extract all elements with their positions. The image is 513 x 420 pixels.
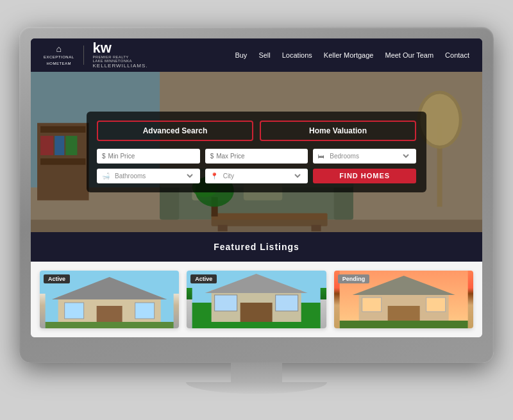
listing-image-1: Active bbox=[40, 271, 179, 328]
svg-rect-29 bbox=[65, 303, 84, 319]
dollar-icon-max: $ bbox=[210, 153, 214, 160]
featured-section: Featured Listings bbox=[31, 232, 482, 337]
monitor: ⌂ EXCEPTIONAL HOMETEAM kw PREMIER REALTY… bbox=[19, 27, 494, 394]
search-fields-row1: $ $ 🛏 Bedrooms 1+ bbox=[97, 149, 416, 164]
svg-rect-30 bbox=[135, 303, 155, 319]
featured-header: Featured Listings bbox=[31, 232, 482, 262]
monitor-screen: ⌂ EXCEPTIONAL HOMETEAM kw PREMIER REALTY… bbox=[31, 38, 482, 337]
min-price-input[interactable] bbox=[108, 153, 195, 160]
featured-title: Featured Listings bbox=[214, 242, 299, 252]
home-icon: ⌂ bbox=[44, 44, 74, 55]
search-panel: Advanced Search Home Valuation $ $ bbox=[87, 112, 426, 192]
nav-link-buy[interactable]: Buy bbox=[235, 51, 247, 59]
monitor-stand-neck bbox=[231, 363, 282, 382]
nav-link-sell[interactable]: Sell bbox=[258, 51, 270, 59]
hero-section: Advanced Search Home Valuation $ $ bbox=[31, 72, 482, 232]
logo-exceptional-text: EXCEPTIONAL HOMETEAM bbox=[44, 55, 74, 65]
svg-rect-36 bbox=[240, 303, 273, 322]
city-field: 📍 City bbox=[205, 169, 308, 183]
svg-rect-37 bbox=[215, 295, 237, 311]
listing-badge-2: Active bbox=[190, 274, 217, 283]
svg-rect-43 bbox=[362, 298, 381, 312]
city-select[interactable]: City bbox=[221, 172, 303, 180]
nav-link-contact[interactable]: Contact bbox=[445, 51, 469, 59]
listing-image-2: Active bbox=[187, 271, 326, 328]
monitor-stand bbox=[19, 363, 494, 394]
bedrooms-select[interactable]: Bedrooms 1+ 2+ 3+ 4+ 5+ bbox=[327, 152, 411, 160]
logo-kw: kw PREMIER REALTY LAKE MINNETONKA KELLER… bbox=[93, 41, 148, 69]
bath-icon: 🛁 bbox=[102, 172, 110, 180]
find-homes-button[interactable]: FIND HOMES bbox=[313, 169, 416, 183]
logo-area: ⌂ EXCEPTIONAL HOMETEAM kw PREMIER REALTY… bbox=[44, 41, 148, 69]
nav-links: Buy Sell Locations Keller Mortgage Meet … bbox=[235, 51, 469, 59]
logo-divider bbox=[83, 46, 84, 65]
logo-exceptional: ⌂ EXCEPTIONAL HOMETEAM bbox=[44, 44, 74, 67]
website: ⌂ EXCEPTIONAL HOMETEAM kw PREMIER REALTY… bbox=[31, 38, 482, 337]
min-price-field: $ bbox=[97, 149, 200, 164]
nav-link-locations[interactable]: Locations bbox=[282, 51, 312, 59]
dollar-icon-min: $ bbox=[102, 153, 106, 160]
tab-home-valuation[interactable]: Home Valuation bbox=[260, 121, 416, 141]
kw-company: PREMIER REALTY LAKE MINNETONKA bbox=[93, 55, 148, 63]
kw-letters: kw bbox=[93, 41, 148, 55]
svg-rect-44 bbox=[426, 298, 445, 312]
listing-badge-3: Pending bbox=[338, 274, 370, 283]
listing-card-1[interactable]: Active bbox=[40, 271, 179, 328]
svg-rect-45 bbox=[339, 321, 467, 328]
svg-rect-31 bbox=[46, 322, 174, 328]
bathrooms-select[interactable]: Bathrooms 1+ 2+ 3+ bbox=[112, 172, 195, 180]
listing-card-2[interactable]: Active bbox=[187, 271, 326, 328]
tab-advanced-search[interactable]: Advanced Search bbox=[97, 121, 253, 141]
max-price-input[interactable] bbox=[216, 153, 303, 160]
listing-card-3[interactable]: Pending bbox=[334, 271, 473, 328]
nav-link-meet-team[interactable]: Meet Our Team bbox=[385, 51, 433, 59]
monitor-bezel: ⌂ EXCEPTIONAL HOMETEAM kw PREMIER REALTY… bbox=[19, 27, 494, 363]
listing-badge-1: Active bbox=[44, 274, 70, 283]
location-icon: 📍 bbox=[210, 172, 218, 180]
monitor-stand-base bbox=[186, 382, 327, 394]
search-fields-row2: 🛁 Bathrooms 1+ 2+ 3+ 📍 bbox=[97, 169, 416, 183]
kw-brand: KELLERWILLIAMS. bbox=[93, 63, 148, 69]
max-price-field: $ bbox=[205, 149, 308, 164]
bed-icon: 🛏 bbox=[318, 153, 324, 160]
svg-rect-38 bbox=[276, 295, 298, 311]
search-tabs: Advanced Search Home Valuation bbox=[97, 121, 416, 141]
listing-image-3: Pending bbox=[334, 271, 473, 328]
listings-row: Active bbox=[31, 262, 482, 337]
navbar: ⌂ EXCEPTIONAL HOMETEAM kw PREMIER REALTY… bbox=[31, 38, 482, 72]
nav-link-keller-mortgage[interactable]: Keller Mortgage bbox=[324, 51, 374, 59]
bedrooms-field: 🛏 Bedrooms 1+ 2+ 3+ 4+ 5+ bbox=[313, 149, 416, 164]
bathrooms-field: 🛁 Bathrooms 1+ 2+ 3+ bbox=[97, 169, 200, 183]
